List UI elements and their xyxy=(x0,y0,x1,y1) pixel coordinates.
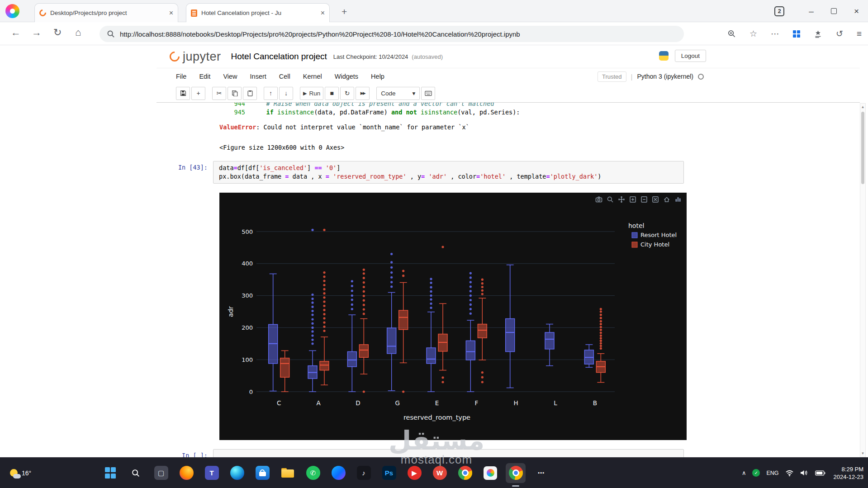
restart-run-all-button[interactable]: ▶▶ xyxy=(356,87,370,100)
move-cell-up-button[interactable]: ↑ xyxy=(264,87,278,100)
code-input-area[interactable]: data=df[df['is_canceled'] == '0'] px.box… xyxy=(213,161,684,184)
browser-menu-icon[interactable]: ≡ xyxy=(857,29,862,38)
menu-edit[interactable]: Edit xyxy=(199,73,210,80)
volume-icon[interactable] xyxy=(800,469,809,476)
notebook-body: 944 # Raise when data object is present … xyxy=(157,103,860,457)
add-cell-button[interactable]: + xyxy=(191,87,205,100)
trusted-badge[interactable]: Trusted xyxy=(598,71,626,82)
browser-tab-2[interactable]: Hotel Cancelation project - Ju × xyxy=(186,3,330,22)
security-shield-icon[interactable]: ✓ xyxy=(752,469,760,477)
menu-kernel[interactable]: Kernel xyxy=(303,73,322,80)
wps-office-icon[interactable]: W xyxy=(430,463,450,483)
browser-profile-icon[interactable] xyxy=(5,4,19,18)
autoscale-icon[interactable] xyxy=(651,195,659,204)
new-tab-button[interactable]: + xyxy=(342,6,347,17)
zoom-out-icon[interactable] xyxy=(640,195,648,204)
chrome-active-icon[interactable] xyxy=(506,463,526,483)
file-explorer-icon[interactable] xyxy=(278,463,298,483)
reload-button[interactable]: ↻ xyxy=(53,28,62,38)
save-button[interactable] xyxy=(176,87,190,100)
zoom-in-icon[interactable] xyxy=(629,195,637,204)
url-bar[interactable]: http://localhost:8888/notebooks/Desktop/… xyxy=(100,26,684,42)
jupyter-logo[interactable]: jupyter xyxy=(170,50,221,64)
microsoft-store-icon[interactable] xyxy=(252,463,272,483)
plotly-logo-icon[interactable] xyxy=(674,195,682,204)
bookmarks-panel-icon[interactable] xyxy=(814,29,822,38)
scrollbar[interactable]: ▲ ▼ xyxy=(860,103,866,457)
reset-axes-icon[interactable] xyxy=(663,195,671,204)
tab-close-icon[interactable]: × xyxy=(169,9,173,17)
jupyter-app: jupyter Hotel Cancelation project Last C… xyxy=(157,45,860,457)
svg-text:100: 100 xyxy=(242,356,253,363)
taskbar-overflow-button[interactable]: ⋯ xyxy=(531,463,551,483)
history-undo-icon[interactable]: ↺ xyxy=(836,29,843,38)
photos-icon[interactable] xyxy=(480,463,500,483)
maximize-button[interactable] xyxy=(831,8,837,14)
tab-close-icon[interactable]: × xyxy=(321,9,325,17)
scrollbar-down-icon[interactable]: ▼ xyxy=(860,451,865,455)
svg-text:0: 0 xyxy=(249,389,253,395)
zoom-icon[interactable] xyxy=(606,195,614,204)
menu-insert[interactable]: Insert xyxy=(250,73,266,80)
window-controls: 2 – × xyxy=(774,0,868,22)
forward-button[interactable]: → xyxy=(32,28,42,38)
teams-icon[interactable]: T xyxy=(202,463,222,483)
close-window-button[interactable]: × xyxy=(854,7,859,15)
messenger-icon[interactable] xyxy=(328,463,348,483)
notebook-favicon xyxy=(191,9,197,17)
menu-help[interactable]: Help xyxy=(371,73,384,80)
restart-kernel-button[interactable]: ↻ xyxy=(340,87,354,100)
move-cell-down-button[interactable]: ↓ xyxy=(279,87,293,100)
battery-icon[interactable] xyxy=(815,470,825,476)
minimize-button[interactable]: – xyxy=(809,7,814,15)
task-view-button[interactable]: ▢ xyxy=(151,463,171,483)
tray-chevron-icon[interactable]: ∧ xyxy=(742,469,746,476)
tab-count-badge[interactable]: 2 xyxy=(774,6,784,16)
error-message: ValueError: Could not interpret value `m… xyxy=(219,123,860,132)
camera-icon[interactable] xyxy=(595,195,603,204)
scrollbar-thumb[interactable] xyxy=(861,112,864,184)
plotly-chart: 0100200300400500CADGEFHLBreserved_room_t… xyxy=(219,193,687,440)
menu-widgets[interactable]: Widgets xyxy=(335,73,358,80)
firefox-icon[interactable] xyxy=(176,463,196,483)
browser-tab-1[interactable]: Desktop/Projects/pro project × xyxy=(34,3,178,22)
empty-code-cell: In [ ]: xyxy=(157,449,860,457)
whatsapp-icon[interactable]: ✆ xyxy=(303,463,323,483)
back-button[interactable]: ← xyxy=(11,28,21,38)
clock[interactable]: 8:29 PM 2024-12-23 xyxy=(832,465,864,481)
start-button[interactable] xyxy=(100,463,120,483)
search-button[interactable] xyxy=(126,463,146,483)
photoshop-icon[interactable]: Ps xyxy=(379,463,399,483)
menu-cell[interactable]: Cell xyxy=(279,73,290,80)
run-button[interactable]: ▶ Run xyxy=(300,87,323,100)
wifi-icon[interactable] xyxy=(785,470,794,476)
chrome-profile-icon[interactable] xyxy=(455,463,475,483)
weather-widget[interactable]: 16° xyxy=(6,458,35,488)
logout-button[interactable]: Logout xyxy=(675,50,706,62)
command-palette-button[interactable] xyxy=(421,87,435,100)
zoom-search-icon[interactable] xyxy=(727,29,736,38)
notebook-title[interactable]: Hotel Cancelation project xyxy=(231,52,327,62)
jupyter-favicon xyxy=(38,8,47,18)
interrupt-kernel-button[interactable]: ■ xyxy=(325,87,339,100)
tiktok-icon[interactable]: ♪ xyxy=(354,463,374,483)
menu-view[interactable]: View xyxy=(223,73,237,80)
cut-cell-button[interactable]: ✂ xyxy=(212,87,226,100)
language-indicator[interactable]: ENG xyxy=(766,470,778,476)
youtube-icon[interactable]: ▶ xyxy=(404,463,424,483)
apps-grid-icon[interactable] xyxy=(793,30,800,38)
edge-icon[interactable] xyxy=(227,463,247,483)
pan-icon[interactable] xyxy=(617,195,626,204)
menubar: FileEditViewInsertCellKernelWidgetsHelp … xyxy=(157,68,860,84)
copy-cell-button[interactable] xyxy=(228,87,242,100)
cell-type-dropdown[interactable]: Code ▾ xyxy=(376,87,420,100)
code-input-area[interactable] xyxy=(213,449,684,457)
menu-file[interactable]: File xyxy=(176,73,186,80)
paste-cell-button[interactable] xyxy=(243,87,257,100)
bookmark-star-icon[interactable]: ☆ xyxy=(749,29,757,38)
home-button[interactable]: ⌂ xyxy=(75,28,81,38)
scrollbar-up-icon[interactable]: ▲ xyxy=(860,105,865,109)
traceback-line: 945 if isinstance(data, pd.DataFrame) an… xyxy=(219,108,860,117)
search-icon xyxy=(107,30,115,38)
more-options-icon[interactable]: ⋯ xyxy=(771,29,779,38)
